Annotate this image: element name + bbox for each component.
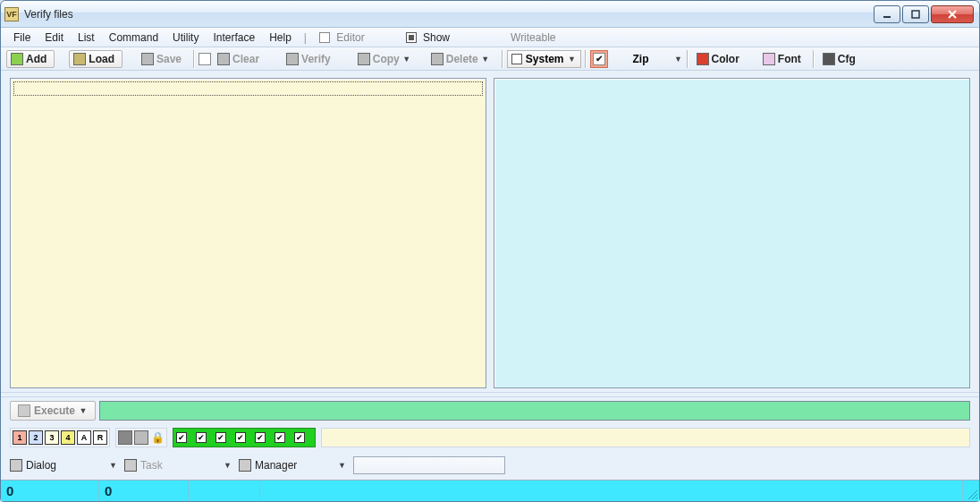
- copy-label: Copy: [373, 53, 400, 65]
- flag-1[interactable]: 1: [13, 430, 27, 445]
- execute-row: Execute ▼: [1, 397, 979, 424]
- verify-button[interactable]: Verify: [282, 50, 339, 68]
- dropdown-field[interactable]: [353, 456, 505, 474]
- app-window: VF Verify files File Edit List Command U…: [0, 0, 980, 502]
- menu-utility[interactable]: Utility: [165, 30, 206, 46]
- verify-label: Verify: [301, 53, 331, 65]
- font-icon: [763, 53, 775, 65]
- close-icon: [947, 10, 958, 19]
- save-button[interactable]: Save: [137, 50, 190, 68]
- zip-dropdown-icon[interactable]: ▼: [674, 55, 683, 64]
- cfg-button[interactable]: Cfg: [818, 50, 864, 68]
- menu-editor-toggle[interactable]: Editor: [312, 30, 372, 46]
- resize-grip[interactable]: [963, 481, 979, 501]
- right-pane[interactable]: [494, 78, 970, 388]
- font-button[interactable]: Font: [758, 50, 809, 68]
- zip-select[interactable]: Zip: [610, 50, 672, 68]
- strip-check-2[interactable]: [196, 432, 207, 443]
- flag-4[interactable]: 4: [61, 430, 75, 445]
- dialog-label: Dialog: [26, 459, 56, 472]
- menu-list[interactable]: List: [71, 30, 102, 46]
- toolbar-separator: [193, 50, 195, 68]
- resize-grip-icon: [967, 489, 977, 499]
- task-dropdown[interactable]: Task ▼: [124, 459, 232, 472]
- color-icon: [697, 53, 709, 65]
- clear-button[interactable]: Clear: [213, 50, 267, 68]
- lock-icon[interactable]: 🔒: [150, 430, 165, 445]
- menu-writeable[interactable]: Writeable: [511, 31, 555, 44]
- editor-checkbox-icon: [319, 32, 330, 43]
- menu-editor-label: Editor: [336, 31, 364, 44]
- system-dropdown-icon: ▼: [568, 55, 577, 64]
- menu-show-toggle[interactable]: Show: [399, 30, 457, 46]
- menu-edit[interactable]: Edit: [38, 30, 71, 46]
- statusbar: 0 0: [1, 480, 979, 501]
- strip-check-4[interactable]: [235, 432, 246, 443]
- show-icon: [406, 32, 417, 43]
- gray-flag-1[interactable]: [118, 430, 132, 445]
- copy-dropdown-icon[interactable]: ▼: [402, 55, 411, 64]
- strip-check-7[interactable]: [294, 432, 305, 443]
- gray-flag-2[interactable]: [134, 430, 148, 445]
- green-check-strip: [173, 428, 316, 447]
- status-cell-1: 0: [99, 481, 189, 501]
- execute-dropdown-icon[interactable]: ▼: [79, 406, 88, 415]
- strip-check-6[interactable]: [275, 432, 285, 443]
- clear-checkbox[interactable]: [199, 53, 211, 65]
- load-button[interactable]: Load: [69, 50, 122, 68]
- dialog-dropdown-icon: ▼: [109, 461, 117, 470]
- execute-button[interactable]: Execute ▼: [10, 401, 96, 421]
- gray-flag-group: 🔒: [115, 428, 167, 447]
- menu-command[interactable]: Command: [102, 30, 165, 46]
- maximize-button[interactable]: [902, 5, 929, 23]
- dialog-icon: [10, 459, 22, 472]
- minimize-icon: [883, 10, 891, 19]
- minimize-button[interactable]: [874, 5, 900, 23]
- svg-line-6: [976, 498, 977, 499]
- font-label: Font: [778, 53, 801, 65]
- system-select[interactable]: System ▼: [507, 50, 581, 68]
- flag-spacer-field[interactable]: [321, 428, 970, 447]
- toolbar-separator-3: [585, 50, 587, 68]
- left-pane-selection[interactable]: [13, 81, 483, 96]
- strip-check-1[interactable]: [176, 432, 187, 443]
- zip-checkbox[interactable]: [593, 53, 605, 65]
- clear-label: Clear: [232, 53, 259, 65]
- strip-check-3[interactable]: [215, 432, 226, 443]
- copy-icon: [358, 53, 370, 65]
- delete-label: Delete: [446, 53, 478, 65]
- add-icon: [11, 53, 23, 65]
- copy-button[interactable]: Copy ▼: [353, 50, 419, 68]
- color-button[interactable]: Color: [692, 50, 748, 68]
- menu-help[interactable]: Help: [262, 30, 299, 46]
- close-button[interactable]: [931, 5, 974, 23]
- toolbar-separator-4: [687, 50, 689, 68]
- flags-row: 1 2 3 4 A R 🔒: [1, 424, 979, 451]
- delete-dropdown-icon[interactable]: ▼: [481, 55, 490, 64]
- window-title: Verify files: [24, 8, 73, 21]
- titlebar[interactable]: VF Verify files: [1, 1, 979, 28]
- manager-icon: [239, 459, 251, 472]
- menu-interface[interactable]: Interface: [206, 30, 262, 46]
- window-buttons: [874, 5, 974, 23]
- flag-r[interactable]: R: [93, 430, 107, 445]
- save-icon: [141, 53, 154, 65]
- menu-file[interactable]: File: [6, 30, 38, 46]
- add-label: Add: [26, 53, 46, 65]
- status-cell-2: [189, 481, 260, 501]
- flag-3[interactable]: 3: [45, 430, 59, 445]
- left-pane[interactable]: [10, 78, 486, 388]
- delete-button[interactable]: Delete ▼: [427, 50, 498, 68]
- load-icon: [73, 53, 86, 65]
- cfg-icon: [823, 53, 835, 65]
- strip-check-5[interactable]: [255, 432, 266, 443]
- manager-dropdown-icon: ▼: [338, 461, 346, 470]
- flag-2[interactable]: 2: [29, 430, 43, 445]
- toolbar: Add Load Save Clear Verify Copy ▼ Delete: [1, 47, 979, 71]
- execute-label: Execute: [34, 404, 75, 417]
- add-button[interactable]: Add: [6, 50, 55, 68]
- zip-check-wrap[interactable]: [590, 50, 608, 68]
- dialog-dropdown[interactable]: Dialog ▼: [10, 459, 117, 472]
- manager-dropdown[interactable]: Manager ▼: [239, 459, 346, 472]
- flag-a[interactable]: A: [77, 430, 91, 445]
